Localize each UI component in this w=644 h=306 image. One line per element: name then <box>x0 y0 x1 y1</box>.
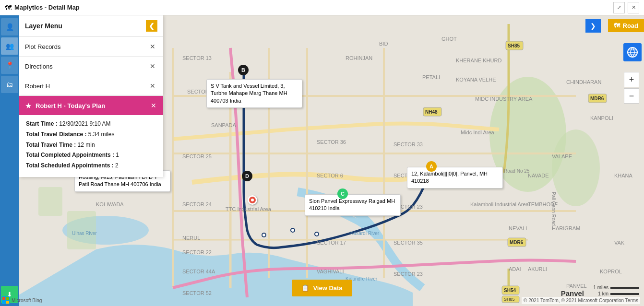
sidebar-icons: 👤 👥 📍 🗂 ⬇ <box>0 15 19 306</box>
road-icon: 🗺 <box>614 22 620 29</box>
layer-item-close-plot[interactable]: ✕ <box>148 42 157 51</box>
plan-completed-appts: Total Completed Appointments : 1 <box>26 151 156 159</box>
windows-icon <box>2 296 10 304</box>
plan-panel: ★ Robert H - Today's Plan ✕ Start Time :… <box>19 96 163 177</box>
layer-item-robert-h[interactable]: Robert H ✕ <box>19 76 163 96</box>
svg-text:SH85: SH85 <box>504 297 515 302</box>
svg-text:SH85: SH85 <box>508 43 520 48</box>
svg-text:VALAPE: VALAPE <box>552 153 572 159</box>
next-arrow-icon: ❯ <box>590 22 596 30</box>
layer-item-label-directions: Directions <box>25 63 53 70</box>
svg-text:KHERANE KHURD: KHERANE KHURD <box>456 58 501 63</box>
title-text: Maplytics - Detail Map <box>14 4 80 11</box>
layer-menu-header: Layer Menu ❮ <box>19 15 163 37</box>
zoom-out-button[interactable]: − <box>624 88 639 104</box>
svg-text:ROHINJAN: ROHINJAN <box>346 55 372 61</box>
plan-start-time: Start Time : 12/30/2021 9:10 AM <box>26 120 156 128</box>
layer-panel: Layer Menu ❮ Plot Records ✕ Directions ✕… <box>19 15 163 96</box>
scale-miles: 1 miles <box>593 285 608 290</box>
svg-rect-73 <box>2 297 5 300</box>
plan-title: Robert H - Today's Plan <box>36 102 146 109</box>
svg-text:NH48: NH48 <box>425 109 438 115</box>
svg-text:VAGHIVALI: VAGHIVALI <box>317 269 344 274</box>
svg-text:ADAI: ADAI <box>509 266 521 272</box>
svg-text:SANPADA: SANPADA <box>211 122 236 128</box>
view-data-icon: 📋 <box>301 284 309 292</box>
svg-text:BID: BID <box>379 41 388 47</box>
svg-text:HARIGRAM: HARIGRAM <box>552 225 580 231</box>
svg-point-8 <box>315 232 319 236</box>
panvel-label: Panvel <box>561 289 584 297</box>
svg-point-7 <box>291 228 295 232</box>
plan-close-button[interactable]: ✕ <box>150 101 157 110</box>
next-arrow-button[interactable]: ❯ <box>585 19 601 33</box>
plan-travel-distance: Total Travel Distance : 5.34 miles <box>26 130 156 139</box>
svg-rect-5 <box>38 187 62 216</box>
svg-text:NAVADE: NAVADE <box>528 173 549 178</box>
scale-miles-line <box>610 287 639 289</box>
svg-text:SECTOR 13: SECTOR 13 <box>182 55 212 61</box>
layer-item-plot-records[interactable]: Plot Records ✕ <box>19 37 163 57</box>
svg-text:SECTOR 33: SECTOR 33 <box>394 141 423 147</box>
location-sidebar-icon[interactable]: 📍 <box>1 57 18 74</box>
plan-scheduled-appts: Total Scheduled Appointments : 2 <box>26 162 156 170</box>
layers-sidebar-icon[interactable]: 🗂 <box>1 76 18 93</box>
svg-text:SECTOR 44A: SECTOR 44A <box>182 269 215 274</box>
plan-header: ★ Robert H - Today's Plan ✕ <box>19 96 163 115</box>
group-sidebar-icon[interactable]: 👥 <box>1 37 18 55</box>
svg-text:NERUL: NERUL <box>182 235 200 241</box>
globe-button[interactable] <box>623 43 642 61</box>
layer-item-close-directions[interactable]: ✕ <box>148 61 157 71</box>
svg-text:VAK: VAK <box>614 240 625 246</box>
svg-point-3 <box>552 129 600 206</box>
marker-start <box>248 195 257 205</box>
svg-text:CHINDHARAN: CHINDHARAN <box>566 79 601 85</box>
collapse-button[interactable]: ❮ <box>146 20 157 32</box>
svg-text:SECTOR 52: SECTOR 52 <box>182 290 212 296</box>
ms-bing: Microsoft Bing <box>2 296 42 304</box>
app-icon: 🗺 <box>5 4 12 12</box>
restore-button[interactable]: ⤢ <box>613 2 625 13</box>
plan-body: Start Time : 12/30/2021 9:10 AM Total Tr… <box>19 115 163 177</box>
svg-rect-4 <box>67 211 96 249</box>
svg-text:KANPOLI: KANPOLI <box>590 115 613 121</box>
svg-text:SECTOR 25: SECTOR 25 <box>182 153 212 159</box>
svg-text:Pali Gaon Road: Pali Gaon Road <box>551 192 556 226</box>
marker-b: B <box>238 65 249 75</box>
svg-text:KOPROL: KOPROL <box>600 269 622 274</box>
close-button[interactable]: ✕ <box>628 2 639 13</box>
svg-text:KOLIWADA: KOLIWADA <box>96 201 124 207</box>
zoom-controls: + − <box>624 72 639 104</box>
svg-text:SECTOR 22: SECTOR 22 <box>182 249 212 255</box>
ms-bing-label: Microsoft Bing <box>12 298 42 303</box>
view-data-button[interactable]: 📋 View Data <box>292 280 352 296</box>
plan-star-icon: ★ <box>25 101 32 110</box>
svg-text:PANVEL: PANVEL <box>566 283 587 289</box>
svg-text:SECTOR 23: SECTOR 23 <box>394 271 423 277</box>
layer-item-close-robert[interactable]: ✕ <box>148 81 157 91</box>
svg-rect-75 <box>2 301 5 304</box>
layer-item-directions[interactable]: Directions ✕ <box>19 57 163 76</box>
svg-text:SECTOR 24: SECTOR 24 <box>182 201 212 207</box>
svg-text:MDR6: MDR6 <box>510 240 524 245</box>
title-controls: ⤢ ✕ <box>613 2 639 13</box>
road-button[interactable]: 🗺 Road <box>608 19 644 32</box>
svg-text:Ulhas River: Ulhas River <box>72 231 97 236</box>
svg-text:Road No 25: Road No 25 <box>504 168 530 174</box>
svg-text:TTC Industrial Area: TTC Industrial Area <box>226 206 272 212</box>
plan-travel-time: Total Travel Time : 12 min <box>26 141 156 149</box>
svg-text:AKURLI: AKURLI <box>528 266 547 272</box>
zoom-in-button[interactable]: + <box>624 72 639 87</box>
callout-a: 12, Kalamboli||||0|0|, Panvel, MH 410218 <box>407 167 503 188</box>
svg-text:KHANA: KHANA <box>614 173 633 178</box>
marker-a: A <box>426 161 437 172</box>
scale-bar: 1 miles 1 km <box>593 285 639 296</box>
svg-text:Kasardi River: Kasardi River <box>350 231 380 236</box>
svg-text:GHOT: GHOT <box>441 36 457 42</box>
svg-text:NEVALI: NEVALI <box>509 225 527 231</box>
svg-text:SECTOR 36: SECTOR 36 <box>317 139 346 145</box>
svg-point-6 <box>262 233 266 237</box>
svg-text:SECTOR 17: SECTOR 17 <box>317 240 346 246</box>
person-sidebar-icon[interactable]: 👤 <box>1 18 18 35</box>
svg-text:Midc Indl Area: Midc Indl Area <box>461 129 495 135</box>
